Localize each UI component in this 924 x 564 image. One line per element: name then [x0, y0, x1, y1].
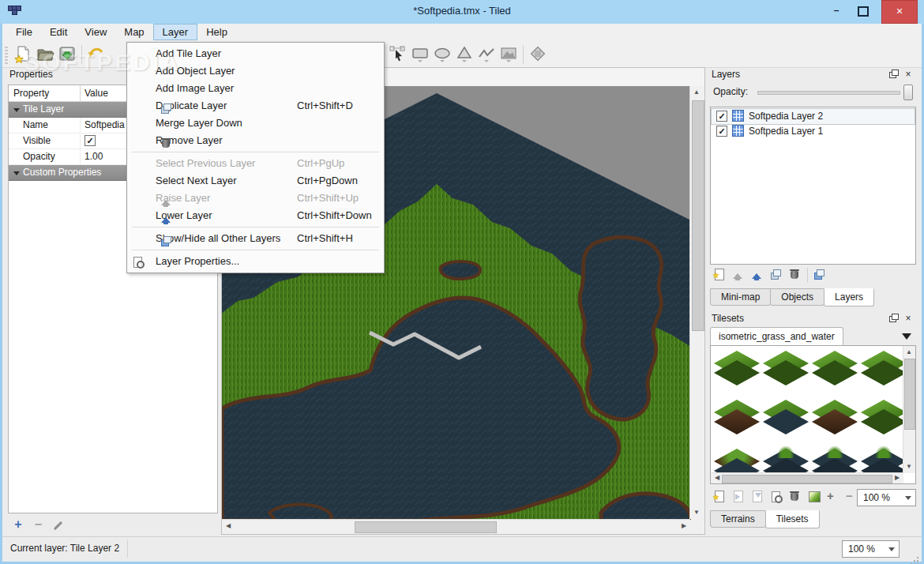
- menu-item-select-next-layer[interactable]: Select Next LayerCtrl+PgDown: [127, 172, 384, 190]
- float-panel-icon[interactable]: [887, 313, 900, 324]
- tile-water-tuft[interactable]: [812, 449, 858, 473]
- resize-grip-icon[interactable]: [911, 551, 918, 558]
- tileset-vscroll-thumb[interactable]: [904, 359, 915, 430]
- tileset-view[interactable]: ▲ ▼ ◀ ▶: [710, 345, 916, 484]
- layer-list[interactable]: ✓Softpedia Layer 2✓Softpedia Layer 1: [710, 107, 916, 265]
- tile-grass-dirt[interactable]: [812, 400, 858, 439]
- map-hscroll-thumb[interactable]: [355, 521, 497, 533]
- insert-ellipse-button[interactable]: [431, 43, 453, 66]
- tile-grass-dirt[interactable]: [714, 400, 760, 439]
- close-panel-icon[interactable]: ×: [902, 69, 915, 80]
- highlight-layer-button[interactable]: [810, 266, 829, 284]
- scroll-up-icon[interactable]: ▲: [903, 346, 915, 359]
- new-file-button[interactable]: [12, 43, 34, 66]
- tile-grass[interactable]: [763, 351, 809, 390]
- scroll-right-icon[interactable]: ▶: [678, 520, 690, 532]
- layer-row-softpedia-layer-2[interactable]: ✓Softpedia Layer 2: [712, 109, 915, 124]
- menu-file[interactable]: File: [7, 24, 41, 40]
- menu-help[interactable]: Help: [197, 24, 236, 40]
- tab-tilesets[interactable]: Tilesets: [765, 510, 820, 528]
- tileset-dropdown-icon[interactable]: [902, 333, 911, 344]
- menu-item-remove-layer[interactable]: Remove Layer: [127, 132, 384, 149]
- export-tileset-button[interactable]: [748, 488, 767, 506]
- tile-grass[interactable]: [714, 351, 760, 390]
- menu-map[interactable]: Map: [115, 24, 152, 40]
- save-file-button[interactable]: [56, 43, 78, 66]
- menu-edit[interactable]: Edit: [41, 24, 76, 40]
- menu-item-lower-layer[interactable]: Lower LayerCtrl+Shift+Down: [127, 207, 384, 224]
- raise-layer-button[interactable]: [729, 266, 748, 284]
- select-objects-button[interactable]: [387, 43, 409, 66]
- tab-layers[interactable]: Layers: [824, 288, 874, 306]
- menu-item-raise-layer[interactable]: Raise LayerCtrl+Shift+Up: [127, 190, 384, 207]
- insert-rectangle-button[interactable]: [409, 43, 431, 66]
- menu-item-layer-properties[interactable]: Layer Properties...: [127, 253, 384, 270]
- tile-grass[interactable]: [861, 351, 903, 390]
- tile-water-tuft[interactable]: [763, 449, 809, 473]
- tile-grass-water[interactable]: [763, 400, 809, 439]
- tab-mini-map[interactable]: Mini-map: [710, 288, 771, 306]
- map-vscroll-thumb[interactable]: [692, 100, 704, 331]
- tileset-hscroll-thumb[interactable]: [722, 475, 892, 483]
- map-horizontal-scrollbar[interactable]: ◀ ▶: [222, 519, 690, 534]
- scroll-left-icon[interactable]: ◀: [222, 520, 235, 532]
- zoom-combo[interactable]: 100 %: [842, 540, 900, 558]
- visibility-checkbox[interactable]: ✓: [716, 111, 727, 122]
- tab-terrains[interactable]: Terrains: [710, 510, 766, 528]
- scroll-up-icon[interactable]: ▲: [690, 86, 703, 99]
- add-property-button[interactable]: +: [9, 518, 27, 532]
- open-file-button[interactable]: [34, 43, 56, 66]
- scroll-down-icon[interactable]: ▼: [903, 461, 915, 473]
- edit-property-button[interactable]: [50, 518, 67, 532]
- menu-layer[interactable]: Layer: [153, 24, 198, 40]
- zoom-in-button[interactable]: +: [824, 488, 843, 506]
- menu-item-add-image-layer[interactable]: Add Image Layer: [127, 80, 384, 97]
- minimize-button[interactable]: –: [824, 0, 848, 22]
- edit-terrain-button[interactable]: [805, 488, 824, 506]
- tileset-zoom-combo[interactable]: 100 %: [857, 489, 916, 506]
- new-layer-button[interactable]: [710, 266, 729, 284]
- insert-polyline-button[interactable]: [475, 43, 498, 66]
- opacity-slider-handle[interactable]: [903, 85, 913, 100]
- duplicate-layer-button[interactable]: [767, 266, 786, 284]
- new-tileset-button[interactable]: [710, 488, 729, 506]
- checkbox-icon[interactable]: ✓: [85, 135, 96, 146]
- close-button[interactable]: ×: [881, 0, 918, 24]
- menu-item-add-object-layer[interactable]: Add Object Layer: [127, 62, 384, 80]
- opacity-slider[interactable]: [757, 91, 900, 95]
- lower-layer-button[interactable]: [748, 266, 767, 284]
- float-panel-icon[interactable]: [887, 69, 900, 80]
- tile-dirt-water[interactable]: [714, 449, 760, 473]
- layer-row-softpedia-layer-1[interactable]: ✓Softpedia Layer 1: [712, 124, 915, 139]
- menu-item-duplicate-layer[interactable]: Duplicate LayerCtrl+Shift+D: [127, 97, 384, 115]
- expand-triangle-icon[interactable]: [13, 108, 20, 115]
- map-vertical-scrollbar[interactable]: ▲ ▼: [689, 86, 704, 519]
- tileset-horizontal-scrollbar[interactable]: ◀ ▶: [711, 472, 903, 483]
- tile-grass[interactable]: [812, 351, 858, 390]
- import-tileset-button[interactable]: [729, 488, 748, 506]
- menu-item-merge-layer-down[interactable]: Merge Layer Down: [127, 115, 384, 132]
- zoom-out-button[interactable]: −: [843, 488, 862, 506]
- visibility-checkbox[interactable]: ✓: [716, 126, 727, 137]
- toolbar-grip[interactable]: [5, 45, 8, 64]
- menu-view[interactable]: View: [76, 24, 115, 40]
- tile-grass[interactable]: [861, 400, 903, 439]
- insert-polygon-button[interactable]: [453, 43, 475, 66]
- insert-image-button[interactable]: [527, 43, 549, 66]
- tile-water-tuft[interactable]: [861, 449, 903, 473]
- insert-tile-button[interactable]: [498, 43, 520, 66]
- tileset-vertical-scrollbar[interactable]: ▲ ▼: [903, 346, 915, 473]
- undo-button[interactable]: [85, 43, 107, 66]
- maximize-button[interactable]: [851, 0, 875, 22]
- tileset-tab[interactable]: isometric_grass_and_water: [710, 327, 843, 345]
- tab-objects[interactable]: Objects: [770, 288, 824, 306]
- remove-layer-button[interactable]: [786, 266, 805, 284]
- close-panel-icon[interactable]: ×: [902, 313, 915, 324]
- scroll-down-icon[interactable]: ▼: [690, 506, 703, 519]
- menu-item-add-tile-layer[interactable]: Add Tile Layer: [127, 45, 384, 62]
- tileset-properties-button[interactable]: [767, 488, 786, 506]
- expand-triangle-icon[interactable]: [13, 171, 20, 179]
- remove-tileset-button[interactable]: [786, 488, 805, 506]
- menu-item-select-previous-layer[interactable]: Select Previous LayerCtrl+PgUp: [127, 155, 384, 172]
- scroll-right-icon[interactable]: ▶: [891, 472, 903, 484]
